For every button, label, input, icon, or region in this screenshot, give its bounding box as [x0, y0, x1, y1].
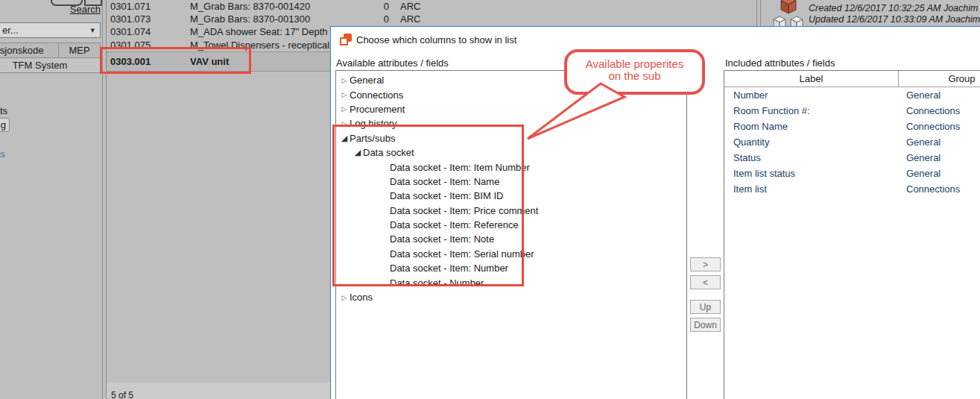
tab-classification-code[interactable]: asjonskode	[0, 43, 59, 58]
tab-tfm-system[interactable]: TFM System	[0, 57, 101, 73]
column-header-label[interactable]: Label	[724, 73, 898, 84]
item-code: 0301.071	[110, 1, 190, 12]
move-down-button[interactable]: Down	[690, 318, 721, 332]
dialog-titlebar[interactable]: Choose which columns to show in list	[331, 27, 980, 52]
column-header-group[interactable]: Group	[898, 71, 980, 87]
item-name: M_Grab Bars: 8370-001300	[190, 13, 380, 25]
remove-column-button[interactable]: <	[690, 275, 721, 289]
collapsed-icon[interactable]: ▷	[339, 294, 350, 301]
add-column-button[interactable]: >	[690, 257, 721, 271]
included-fields-label: Included attributes / fields	[725, 57, 835, 69]
item-discipline: ARC	[400, 13, 420, 25]
item-quantity: 0	[380, 1, 389, 12]
cell-group: Connections	[898, 183, 980, 195]
tree-item-label: General	[350, 75, 384, 86]
tab-mep[interactable]: MEP	[58, 43, 101, 58]
cropped-text-fragment: ts	[0, 105, 7, 116]
updated-timestamp: Updated 12/6/2017 10:33:09 AM Joachim H	[809, 14, 980, 25]
table-header: Label Group	[724, 71, 980, 87]
tree-item-label: Connections	[350, 89, 403, 101]
created-timestamp: Created 12/6/2017 10:32:25 AM Joachim H	[809, 3, 980, 13]
item-name: M_Grab Bars: 8370-001420	[190, 1, 380, 12]
cell-label: Quantity	[724, 136, 898, 148]
table-row[interactable]: Item list statusGeneral	[724, 166, 980, 181]
collapsed-icon[interactable]: ▷	[339, 77, 350, 84]
chevron-down-icon[interactable]: ▾	[90, 25, 95, 35]
available-fields-label: Available attributes / fields	[336, 57, 449, 69]
cell-group: General	[898, 168, 980, 179]
tree-item-label: Icons	[350, 292, 373, 303]
cell-label: Item list	[724, 183, 898, 195]
tree-item-label: Procurement	[350, 104, 405, 115]
cell-group: General	[898, 89, 980, 101]
table-row[interactable]: StatusGeneral	[724, 150, 980, 166]
panel-divider	[756, 0, 761, 30]
table-row[interactable]: QuantityGeneral	[724, 134, 980, 150]
filter-combobox-value: er...	[2, 25, 19, 36]
cell-label: Item list status	[724, 168, 898, 179]
cell-group: Connections	[898, 121, 980, 132]
tree-item[interactable]: ▷Icons	[336, 290, 686, 304]
cell-label: Room Function #:	[724, 105, 898, 116]
move-up-button[interactable]: Up	[690, 300, 721, 314]
dialog-title: Choose which columns to show in list	[356, 34, 516, 45]
table-row[interactable]: Item listConnections	[724, 181, 980, 197]
item-quantity: 0	[380, 13, 389, 25]
screen: Search er... ▾ asjonskode MEP TFM System…	[0, 0, 980, 399]
annotation-callout-tail	[514, 75, 708, 149]
list-item[interactable]: 0301.073M_Grab Bars: 8370-0013000ARC	[107, 13, 434, 25]
cell-label: Status	[724, 152, 898, 163]
cell-group: General	[898, 152, 980, 163]
item-code: 0301.073	[110, 13, 190, 25]
annotation-callout-text: Available properites on the sub	[564, 58, 705, 82]
search-link[interactable]: Search	[41, 4, 101, 15]
item-code: 0301.074	[110, 26, 190, 37]
columns-icon	[340, 34, 352, 45]
table-row[interactable]: Room NameConnections	[724, 119, 980, 134]
included-fields-table: Label Group NumberGeneralRoom Function #…	[724, 70, 980, 399]
list-item[interactable]: 0301.071M_Grab Bars: 8370-0014200ARC	[107, 0, 434, 13]
cell-label: Room Name	[724, 121, 898, 132]
annotation-rect-selected-row	[100, 47, 251, 74]
filter-combobox[interactable]: er... ▾	[0, 22, 101, 38]
table-row[interactable]: Room Function #:Connections	[724, 103, 980, 119]
collapsed-icon[interactable]: ▷	[339, 105, 350, 113]
annotation-rect-parts-subs	[332, 125, 524, 286]
item-discipline: ARC	[400, 1, 420, 12]
list-status: 5 of 5	[107, 383, 330, 399]
collapsed-icon[interactable]: ▷	[339, 91, 350, 98]
cropped-link-fragment: s	[0, 148, 5, 160]
cropped-button-fragment[interactable]: g	[0, 118, 10, 132]
cell-group: General	[898, 136, 980, 148]
cell-group: Connections	[898, 105, 980, 116]
table-row[interactable]: NumberGeneral	[724, 87, 980, 103]
cell-label: Number	[724, 89, 898, 101]
